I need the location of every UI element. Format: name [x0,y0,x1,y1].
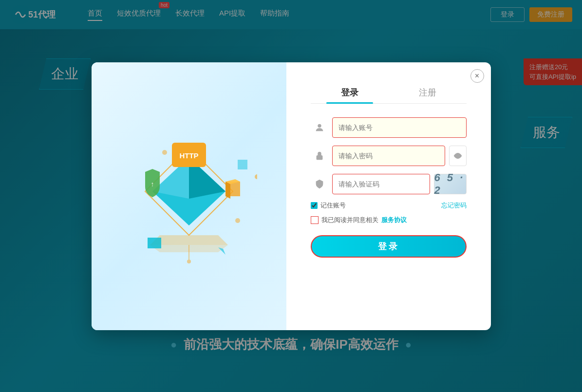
modal-illustration: HTTP ↑ [92,62,286,330]
svg-point-19 [235,218,240,223]
svg-rect-16 [148,238,161,248]
remember-row: 记住账号 忘记密码 [311,201,467,210]
svg-text:HTTP: HTTP [179,151,198,160]
service-agreement-link[interactable]: 服务协议 [381,216,407,224]
captcha-input[interactable] [332,174,430,194]
svg-point-18 [162,150,167,155]
svg-point-22 [318,124,321,127]
login-submit-button[interactable]: 登录 [311,235,467,258]
username-row [311,117,467,138]
svg-point-24 [456,154,459,157]
svg-rect-23 [316,155,322,160]
password-row [311,146,467,166]
captcha-image[interactable]: 6 5 · 2 [434,174,467,194]
forgot-password-link[interactable]: 忘记密码 [441,201,467,210]
login-modal: × HTTP ↑ [92,62,491,330]
svg-point-13 [255,174,257,179]
svg-marker-14 [150,235,228,245]
modal-overlay: × HTTP ↑ [0,0,582,392]
user-icon [311,119,328,136]
agree-text: 我已阅读并同意相关 [321,216,378,224]
modal-form-area: 登录 注册 [286,62,491,330]
captcha-row: 6 5 · 2 [311,174,467,194]
svg-text:↑: ↑ [150,180,154,188]
password-toggle[interactable] [449,146,467,166]
svg-marker-10 [225,182,230,199]
shield-icon [311,175,328,193]
remember-me: 记住账号 [311,201,346,210]
remember-label: 记住账号 [320,201,346,210]
svg-rect-12 [238,160,247,169]
svg-point-21 [187,260,191,263]
tab-login[interactable]: 登录 [311,82,389,103]
password-input[interactable] [332,146,445,166]
modal-tabs: 登录 注册 [311,82,467,104]
agree-row: 我已阅读并同意相关 服务协议 [311,216,467,224]
tab-register[interactable]: 注册 [389,82,467,103]
agree-checkbox[interactable] [311,216,319,224]
remember-checkbox[interactable] [311,202,318,209]
lock-icon [311,147,328,165]
modal-close-button[interactable]: × [470,69,484,83]
username-input[interactable] [332,117,467,138]
